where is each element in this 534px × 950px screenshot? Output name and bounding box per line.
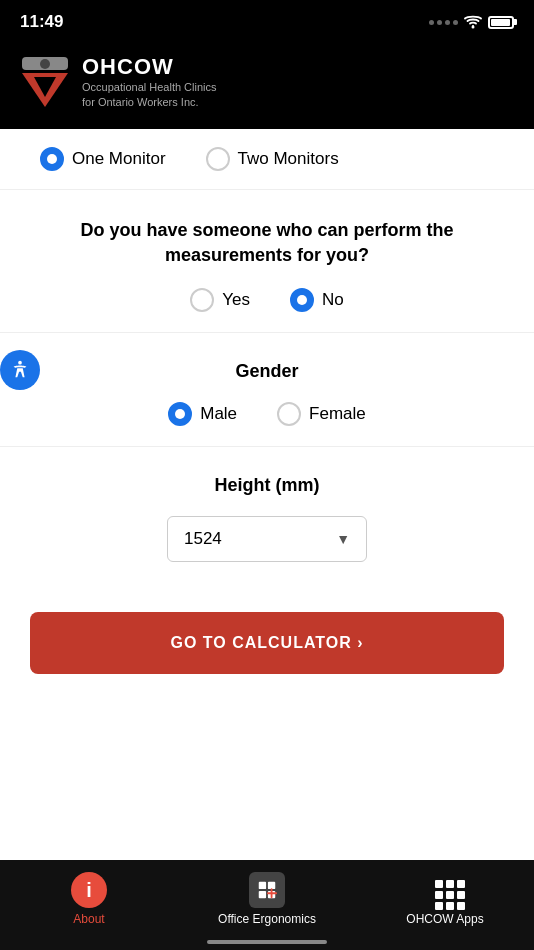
- office-ergonomics-icon: [249, 872, 285, 908]
- svg-rect-3: [268, 882, 275, 889]
- monitor-section: One Monitor Two Monitors: [0, 129, 534, 190]
- height-value: 1524: [184, 529, 222, 549]
- yes-option[interactable]: Yes: [190, 288, 250, 312]
- question-text: Do you have someone who can perform the …: [40, 218, 494, 268]
- battery-icon: [488, 16, 514, 29]
- male-option[interactable]: Male: [168, 402, 237, 426]
- height-title: Height (mm): [40, 475, 494, 496]
- gender-title: Gender: [40, 361, 494, 382]
- two-monitors-option[interactable]: Two Monitors: [206, 147, 339, 171]
- male-radio[interactable]: [168, 402, 192, 426]
- main-content: One Monitor Two Monitors Do you have som…: [0, 129, 534, 694]
- one-monitor-radio[interactable]: [40, 147, 64, 171]
- height-section: Height (mm) 1524 ▼: [0, 446, 534, 582]
- female-label: Female: [309, 404, 366, 424]
- ohcow-apps-icon: [427, 872, 463, 908]
- wifi-icon: [464, 15, 482, 29]
- go-to-calculator-button[interactable]: GO TO CALCULATOR ›: [30, 612, 504, 674]
- female-option[interactable]: Female: [277, 402, 366, 426]
- status-icons: [429, 15, 514, 29]
- answer-row: Yes No: [40, 288, 494, 312]
- two-monitors-radio[interactable]: [206, 147, 230, 171]
- office-ergonomics-label: Office Ergonomics: [218, 912, 316, 926]
- yes-radio[interactable]: [190, 288, 214, 312]
- header-text: OHCOW Occupational Health Clinics for On…: [82, 54, 217, 111]
- svg-point-0: [472, 26, 475, 29]
- gender-options: Male Female: [40, 402, 494, 426]
- no-radio[interactable]: [290, 288, 314, 312]
- nav-item-about[interactable]: i About: [0, 870, 178, 926]
- height-dropdown[interactable]: 1524 ▼: [167, 516, 367, 562]
- nav-item-office-ergonomics[interactable]: Office Ergonomics: [178, 870, 356, 926]
- accessibility-button[interactable]: [0, 350, 40, 390]
- app-subtitle: Occupational Health Clinics for Ontario …: [82, 80, 217, 111]
- signal-icon: [429, 20, 458, 25]
- status-time: 11:49: [20, 12, 63, 32]
- male-label: Male: [200, 404, 237, 424]
- app-title: OHCOW: [82, 54, 217, 80]
- status-bar: 11:49: [0, 0, 534, 44]
- dropdown-arrow-icon: ▼: [336, 531, 350, 547]
- home-indicator: [207, 940, 327, 944]
- bottom-nav: i About Office Ergonomics: [0, 860, 534, 950]
- nav-item-ohcow-apps[interactable]: OHCOW Apps: [356, 870, 534, 926]
- no-label: No: [322, 290, 344, 310]
- gender-section: Gender Male Female: [0, 332, 534, 446]
- logo: OHCOW Occupational Health Clinics for On…: [20, 54, 217, 111]
- logo-shape: [20, 57, 70, 107]
- svg-rect-2: [259, 882, 266, 889]
- accessibility-icon: [9, 359, 31, 381]
- about-icon: i: [71, 872, 107, 908]
- svg-point-1: [18, 361, 22, 365]
- female-radio[interactable]: [277, 402, 301, 426]
- one-monitor-label: One Monitor: [72, 149, 166, 169]
- ohcow-apps-label: OHCOW Apps: [406, 912, 483, 926]
- no-option[interactable]: No: [290, 288, 344, 312]
- yes-label: Yes: [222, 290, 250, 310]
- calc-button-section: GO TO CALCULATOR ›: [0, 582, 534, 694]
- svg-rect-4: [259, 891, 266, 898]
- one-monitor-option[interactable]: One Monitor: [40, 147, 166, 171]
- two-monitors-label: Two Monitors: [238, 149, 339, 169]
- app-header: OHCOW Occupational Health Clinics for On…: [0, 44, 534, 129]
- about-label: About: [73, 912, 104, 926]
- question-section: Do you have someone who can perform the …: [0, 190, 534, 332]
